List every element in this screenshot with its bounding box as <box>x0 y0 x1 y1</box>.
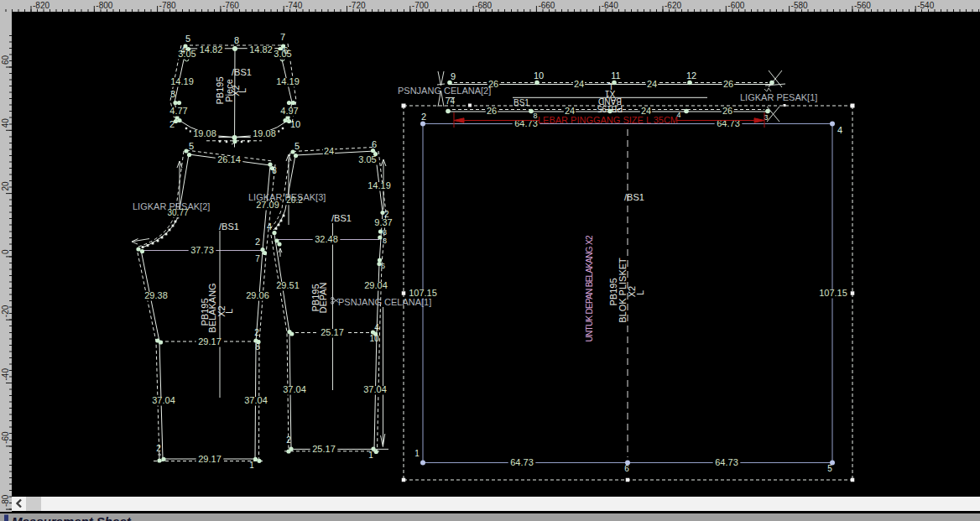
svg-text:/BS1: /BS1 <box>624 192 644 202</box>
svg-text:-760: -760 <box>222 1 239 10</box>
svg-text:-40: -40 <box>1 368 10 381</box>
svg-text:64.73: 64.73 <box>715 457 738 467</box>
svg-text:8: 8 <box>255 342 260 352</box>
svg-text:26: 26 <box>723 79 733 89</box>
svg-text:25.17: 25.17 <box>312 444 336 454</box>
svg-text:BELAKANG: BELAKANG <box>207 283 217 332</box>
svg-text:UNTUK DEPAN BELAKANG X2: UNTUK DEPAN BELAKANG X2 <box>585 235 594 341</box>
svg-text:-740: -740 <box>285 1 302 10</box>
svg-text:-800: -800 <box>96 1 112 10</box>
svg-text:64.73: 64.73 <box>510 457 534 467</box>
svg-text:PSNJANG CELANA[1]: PSNJANG CELANA[1] <box>338 297 431 307</box>
svg-text:DEPAN: DEPAN <box>318 282 328 313</box>
svg-text:4: 4 <box>180 46 185 55</box>
svg-text:4: 4 <box>374 323 379 332</box>
svg-text:4.77: 4.77 <box>169 106 187 116</box>
svg-text:PB195: PB195 <box>608 278 618 305</box>
svg-text:L: L <box>635 290 645 295</box>
svg-text:L: L <box>224 309 234 314</box>
svg-text:37.73: 37.73 <box>190 245 214 255</box>
svg-text:107.15: 107.15 <box>819 288 847 298</box>
svg-text:8: 8 <box>383 228 387 237</box>
svg-text:-80: -80 <box>1 494 10 507</box>
svg-text:30.77: 30.77 <box>167 208 188 217</box>
svg-text:107.15: 107.15 <box>409 288 437 298</box>
svg-text:29.06: 29.06 <box>246 290 269 300</box>
svg-text:-660: -660 <box>538 1 555 10</box>
svg-text:32.48: 32.48 <box>315 234 338 244</box>
svg-text:5: 5 <box>295 141 300 151</box>
svg-text:26: 26 <box>722 106 732 116</box>
svg-text:9: 9 <box>451 71 456 81</box>
svg-text:24: 24 <box>647 79 657 89</box>
svg-text:4: 4 <box>837 125 842 135</box>
svg-text:26.14: 26.14 <box>217 154 241 164</box>
svg-text:-720: -720 <box>349 1 366 10</box>
svg-text:3: 3 <box>383 237 387 245</box>
svg-text:0: 0 <box>1 249 10 254</box>
svg-text:Measurement Sheet: Measurement Sheet <box>12 514 132 521</box>
svg-text:5: 5 <box>827 464 832 473</box>
svg-text:-580: -580 <box>791 1 808 10</box>
svg-text:11: 11 <box>611 70 620 81</box>
svg-text:24: 24 <box>574 79 584 89</box>
svg-text:20: 20 <box>1 181 10 191</box>
svg-text:8: 8 <box>533 112 537 120</box>
svg-text:19.08: 19.08 <box>193 128 216 138</box>
svg-text:-540: -540 <box>917 1 934 10</box>
svg-text:2: 2 <box>286 435 291 445</box>
svg-text:8: 8 <box>234 35 239 45</box>
svg-text:4.97: 4.97 <box>280 106 298 116</box>
svg-text:3.05: 3.05 <box>358 154 376 164</box>
svg-text:BS1: BS1 <box>513 98 529 107</box>
svg-text:3: 3 <box>170 89 175 99</box>
svg-text:29.51: 29.51 <box>276 280 300 290</box>
svg-text:25.17: 25.17 <box>321 327 344 337</box>
svg-text:40: 40 <box>1 118 10 128</box>
svg-text:2: 2 <box>421 112 426 122</box>
svg-text:7: 7 <box>255 254 260 263</box>
svg-text:-60: -60 <box>1 431 10 444</box>
svg-text:-620: -620 <box>665 1 681 10</box>
svg-text:-700: -700 <box>412 1 429 10</box>
svg-text:19.08: 19.08 <box>253 128 276 138</box>
svg-text:14.19: 14.19 <box>368 180 391 190</box>
svg-text:14.82: 14.82 <box>200 44 223 55</box>
svg-text:29.38: 29.38 <box>144 290 168 300</box>
svg-text:2: 2 <box>156 444 161 453</box>
svg-text:24: 24 <box>324 146 334 156</box>
svg-text:10: 10 <box>534 70 544 81</box>
svg-text:26: 26 <box>487 106 497 116</box>
svg-text:L: L <box>237 88 248 93</box>
svg-text:5: 5 <box>185 34 190 44</box>
svg-text:-560: -560 <box>854 1 871 10</box>
svg-text:37.04: 37.04 <box>244 395 268 405</box>
svg-text:1: 1 <box>368 451 373 460</box>
svg-text:LIGKAR PESAK[3]: LIGKAR PESAK[3] <box>248 192 326 202</box>
svg-text:4: 4 <box>267 221 272 232</box>
svg-text:6: 6 <box>284 46 289 55</box>
svg-text:37.04: 37.04 <box>152 395 175 405</box>
svg-text:64.73: 64.73 <box>717 118 740 128</box>
svg-text:/BS1: /BS1 <box>331 213 352 223</box>
svg-text:LIGKAR PESAK[1]: LIGKAR PESAK[1] <box>740 92 817 102</box>
svg-text:6: 6 <box>381 262 385 270</box>
svg-text:1: 1 <box>249 461 254 470</box>
svg-text:37.04: 37.04 <box>363 384 387 394</box>
svg-text:14.19: 14.19 <box>276 76 300 86</box>
svg-text:29.17: 29.17 <box>198 336 222 346</box>
svg-text:1: 1 <box>414 449 420 458</box>
svg-text:7: 7 <box>280 32 285 42</box>
svg-text:/BS1: /BS1 <box>219 221 239 232</box>
svg-text:14.82: 14.82 <box>249 44 273 55</box>
svg-text:29.04: 29.04 <box>364 280 388 290</box>
svg-text:8: 8 <box>272 166 277 175</box>
svg-text:5: 5 <box>189 141 194 151</box>
svg-text:9.37: 9.37 <box>374 217 392 227</box>
svg-text:-20: -20 <box>1 305 10 317</box>
svg-text:10: 10 <box>290 119 300 129</box>
svg-text:12: 12 <box>686 70 696 81</box>
svg-text:-820: -820 <box>33 1 50 10</box>
svg-text:6: 6 <box>624 464 629 473</box>
svg-text:PSNJANG CELANA[2]: PSNJANG CELANA[2] <box>398 86 491 96</box>
